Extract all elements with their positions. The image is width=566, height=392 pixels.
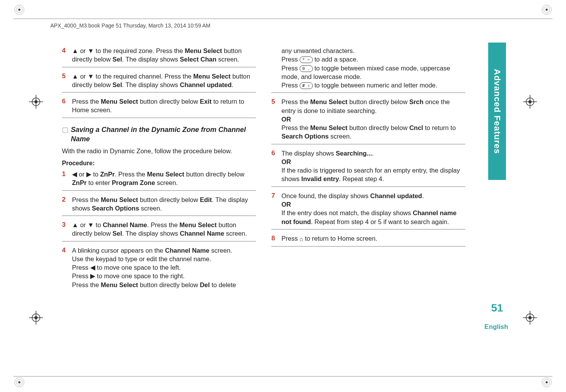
- svg-point-27: [528, 316, 532, 319]
- step-text: A blinking cursor appears on the Channel…: [72, 246, 256, 289]
- step-item: 1 ◀ or ▶ to ZnPr. Press the Menu Select …: [62, 170, 256, 191]
- step-number: 8: [271, 234, 281, 243]
- intro-text: With the radio in Dynamic Zone, follow t…: [62, 147, 256, 155]
- step-number: 2: [62, 195, 72, 213]
- step-continuation: any unwanted characters. Press * − to ad…: [271, 46, 465, 93]
- step-text: ◀ or ▶ to ZnPr. Press the Menu Select bu…: [72, 170, 256, 187]
- step-line: any unwanted characters.: [281, 46, 465, 55]
- left-column: 4 ▲ or ▼ to the required zone. Press the…: [62, 46, 256, 291]
- step-text: The display shows Searching....ORIf the …: [281, 149, 465, 183]
- svg-point-5: [545, 9, 548, 11]
- step-item: 4 ▲ or ▼ to the required zone. Press the…: [62, 46, 256, 67]
- step-line: Use the keypad to type or edit the chann…: [72, 255, 256, 263]
- step-number: 6: [271, 149, 281, 183]
- step-number: 3: [62, 221, 72, 238]
- bottom-crop-line: [14, 376, 552, 377]
- step-line: Press * − to add a space.: [281, 55, 465, 63]
- step-text: ▲ or ▼ to the required channel. Press th…: [72, 72, 256, 89]
- section-tab: Advanced Features: [488, 43, 506, 180]
- step-text: ▲ or ▼ to the required zone. Press the M…: [72, 46, 256, 64]
- step-line: Press # ⇧ to toggle between numeric and …: [281, 81, 465, 89]
- step-item: 5 ▲ or ▼ to the required channel. Press …: [62, 72, 256, 93]
- language-label: English: [483, 323, 510, 331]
- step-line: Press ▶ to move one space to the right.: [72, 272, 256, 280]
- step-item: 5 Press the Menu Select button directly …: [271, 98, 465, 144]
- step-number: 5: [271, 98, 281, 140]
- registration-target-icon: [14, 377, 25, 388]
- step-item: 2 Press the Menu Select button directly …: [62, 195, 256, 216]
- step-text: Press the Menu Select button directly be…: [72, 195, 256, 213]
- svg-point-8: [18, 381, 21, 383]
- step-item: 6 Press the Menu Select button directly …: [62, 97, 256, 118]
- step-line: Press ◀ to move one space to the left.: [72, 263, 256, 272]
- step-line: Press the Menu Select button directly be…: [72, 281, 256, 289]
- step-number: 4: [62, 46, 72, 64]
- registration-target-icon: [14, 4, 25, 15]
- right-column: any unwanted characters. Press * − to ad…: [271, 46, 465, 291]
- step-item: 6 The display shows Searching....ORIf th…: [271, 149, 465, 187]
- step-text: Press the Menu Select button directly be…: [72, 97, 256, 115]
- step-number: 6: [62, 97, 72, 115]
- crosshair-icon: [523, 311, 537, 326]
- step-line: A blinking cursor appears on the Channel…: [72, 246, 256, 255]
- svg-point-2: [18, 9, 21, 11]
- step-text: Once found, the display shows Channel up…: [281, 192, 465, 226]
- crosshair-icon: [29, 311, 43, 326]
- step-line: Press 0 . to toggle between mixed case m…: [281, 64, 465, 81]
- document-icon: ▢: [62, 125, 69, 134]
- crosshair-icon: [29, 95, 43, 110]
- registration-target-icon: [541, 377, 552, 388]
- svg-point-19: [528, 100, 532, 103]
- svg-point-23: [34, 316, 38, 319]
- procedure-label: Procedure:: [62, 159, 256, 168]
- step-text: any unwanted characters. Press * − to ad…: [281, 46, 465, 89]
- svg-point-11: [545, 381, 548, 383]
- step-number: 5: [62, 72, 72, 89]
- step-item: 7 Once found, the display shows Channel …: [271, 192, 465, 229]
- step-item: 8 Press ⌂ to return to Home screen.: [271, 234, 465, 246]
- section-heading-text: Saving a Channel in the Dynamic Zone fro…: [71, 125, 256, 144]
- step-text: Press ⌂ to return to Home screen.: [281, 234, 465, 243]
- running-header: APX_4000_M3.book Page 51 Thursday, March…: [50, 22, 211, 29]
- step-text: ▲ or ▼ to Channel Name. Press the Menu S…: [72, 221, 256, 238]
- step-number: 7: [271, 192, 281, 226]
- page-number: 51: [488, 302, 506, 314]
- step-item: 4 A blinking cursor appears on the Chann…: [62, 246, 256, 289]
- step-item: 3 ▲ or ▼ to Channel Name. Press the Menu…: [62, 221, 256, 241]
- svg-point-15: [34, 100, 38, 103]
- section-heading: ▢ Saving a Channel in the Dynamic Zone f…: [62, 125, 256, 144]
- step-number: 4: [62, 246, 72, 289]
- step-number: [271, 46, 281, 89]
- registration-target-icon: [541, 4, 552, 15]
- top-crop-line: [14, 19, 552, 19]
- page-content: 4 ▲ or ▼ to the required zone. Press the…: [62, 46, 465, 291]
- step-number: 1: [62, 170, 72, 187]
- crosshair-icon: [523, 95, 537, 110]
- step-text: Press the Menu Select button directly be…: [281, 98, 465, 140]
